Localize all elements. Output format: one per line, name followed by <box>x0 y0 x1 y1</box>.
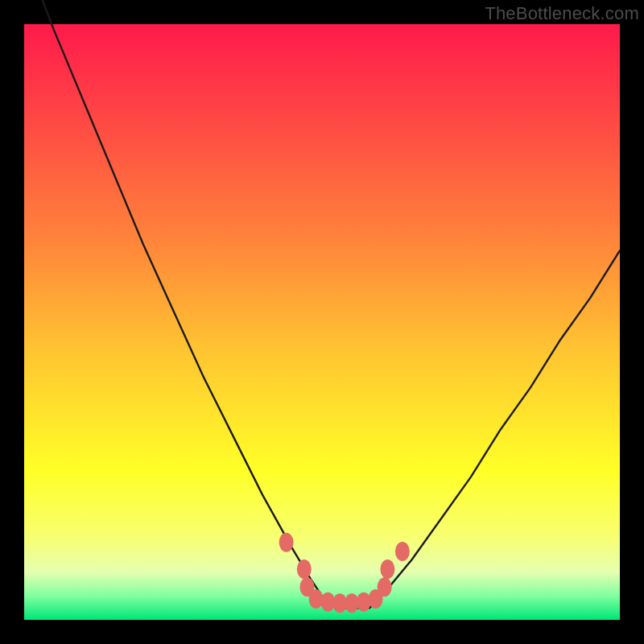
curve-marker <box>380 559 394 579</box>
curve-marker <box>279 533 294 552</box>
curve-marker <box>395 542 410 561</box>
watermark-text: TheBottleneck.com <box>485 3 639 24</box>
curve-layer <box>24 24 620 620</box>
chart-frame: TheBottleneck.com <box>0 0 644 644</box>
curve-marker <box>378 577 392 597</box>
bottleneck-curve <box>24 0 620 608</box>
gradient-plot-area <box>24 24 620 620</box>
curve-markers <box>279 533 410 613</box>
curve-marker <box>297 559 312 579</box>
